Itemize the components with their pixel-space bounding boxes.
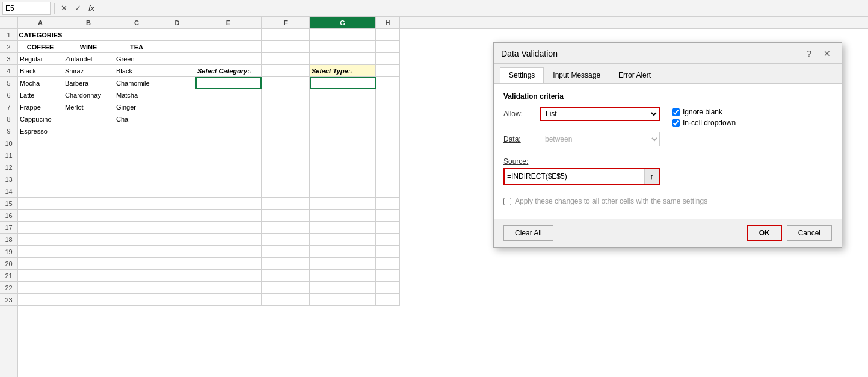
cell-a7[interactable]: Frappe [18,101,63,113]
cell-h5[interactable] [376,77,400,89]
source-collapse-button[interactable]: ↑ [644,169,659,184]
cell-e7[interactable] [195,101,262,113]
cell-d5[interactable] [159,77,195,89]
cell-d7[interactable] [159,101,195,113]
cell-b5[interactable]: Barbera [63,77,114,89]
cell-d2[interactable] [159,41,195,53]
row-header-12[interactable]: 12 [0,161,17,173]
cell-h2[interactable] [376,41,400,53]
cell-e1[interactable] [195,29,262,41]
col-header-g[interactable]: G [310,17,376,28]
allow-select[interactable]: List [540,107,660,121]
confirm-formula-button[interactable]: ✓ [72,2,84,14]
cell-c3[interactable]: Green [114,53,159,65]
col-header-h[interactable]: H [376,17,400,28]
cell-c7[interactable]: Ginger [114,101,159,113]
cell-e8[interactable] [195,113,262,125]
col-header-d[interactable]: D [159,17,195,28]
row-header-1[interactable]: 1 [0,29,17,41]
row-header-15[interactable]: 15 [0,198,17,210]
source-input[interactable] [505,169,644,184]
row-header-13[interactable]: 13 [0,173,17,185]
row-header-10[interactable]: 10 [0,137,17,149]
cell-f9[interactable] [262,125,310,137]
cell-a3[interactable]: Regular [18,53,63,65]
dialog-help-button[interactable]: ? [803,48,815,60]
col-header-b[interactable]: B [63,17,114,28]
data-select[interactable]: between [540,132,660,146]
cell-h10[interactable] [376,137,400,149]
cell-g9[interactable] [310,125,376,137]
cell-b6[interactable]: Chardonnay [63,89,114,101]
row-header-16[interactable]: 16 [0,210,17,222]
cell-c2[interactable]: TEA [114,41,159,53]
row-header-11[interactable]: 11 [0,149,17,161]
col-header-a[interactable]: A [18,17,63,28]
cell-h8[interactable] [376,113,400,125]
cell-c1[interactable] [114,29,159,41]
cell-f3[interactable] [262,53,310,65]
cell-g5[interactable] [310,77,376,89]
cell-d4[interactable] [159,65,195,77]
in-cell-dropdown-checkbox[interactable] [672,119,680,127]
row-header-18[interactable]: 18 [0,234,17,246]
cell-a1[interactable]: CATEGORIES [18,29,63,41]
row-header-21[interactable]: 21 [0,270,17,282]
cell-b9[interactable] [63,125,114,137]
tab-input-message[interactable]: Input Message [544,67,609,83]
cell-e3[interactable] [195,53,262,65]
row-header-17[interactable]: 17 [0,222,17,234]
cell-a6[interactable]: Latte [18,89,63,101]
row-header-3[interactable]: 3 [0,53,17,65]
row-header-2[interactable]: 2 [0,41,17,53]
cell-g1[interactable] [310,29,376,41]
cell-h4[interactable] [376,65,400,77]
cell-h9[interactable] [376,125,400,137]
cell-a8[interactable]: Cappucino [18,113,63,125]
apply-changes-checkbox[interactable] [503,198,511,205]
row-header-4[interactable]: 4 [0,65,17,77]
cell-c4[interactable]: Black [114,65,159,77]
cancel-button[interactable]: Cancel [787,225,832,241]
clear-all-button[interactable]: Clear All [503,225,553,241]
row-header-22[interactable]: 22 [0,282,17,294]
cell-b4[interactable]: Shiraz [63,65,114,77]
cell-f10[interactable] [262,137,310,149]
col-header-f[interactable]: F [262,17,310,28]
row-header-6[interactable]: 6 [0,89,17,101]
cell-b3[interactable]: Zinfandel [63,53,114,65]
cell-a9[interactable]: Espresso [18,125,63,137]
cell-g3[interactable] [310,53,376,65]
cell-reference-box[interactable] [2,2,51,15]
cell-a4[interactable]: Black [18,65,63,77]
row-header-19[interactable]: 19 [0,246,17,258]
cell-g7[interactable] [310,101,376,113]
cell-h3[interactable] [376,53,400,65]
cell-a10[interactable] [18,137,63,149]
row-header-9[interactable]: 9 [0,125,17,137]
cell-g2[interactable] [310,41,376,53]
cell-d3[interactable] [159,53,195,65]
cell-d6[interactable] [159,89,195,101]
cell-c9[interactable] [114,125,159,137]
cell-b2[interactable]: WINE [63,41,114,53]
cell-g6[interactable] [310,89,376,101]
cell-e10[interactable] [195,137,262,149]
row-header-14[interactable]: 14 [0,185,17,198]
cell-c8[interactable]: Chai [114,113,159,125]
ignore-blank-checkbox[interactable] [672,108,680,116]
cell-d9[interactable] [159,125,195,137]
cell-f6[interactable] [262,89,310,101]
cell-e2[interactable] [195,41,262,53]
cell-a2[interactable]: COFFEE [18,41,63,53]
cell-e6[interactable] [195,89,262,101]
ok-button[interactable]: OK [747,225,782,241]
cell-d1[interactable] [159,29,195,41]
cell-g10[interactable] [310,137,376,149]
cell-f4[interactable] [262,65,310,77]
cell-f1[interactable] [262,29,310,41]
cell-d10[interactable] [159,137,195,149]
cell-c5[interactable]: Chamomile [114,77,159,89]
cell-c10[interactable] [114,137,159,149]
cell-g4[interactable]: Select Type:- [310,65,376,77]
